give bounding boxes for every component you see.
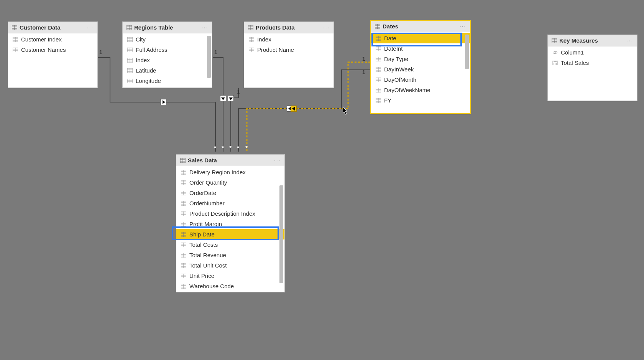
field-customer-index[interactable]: Customer Index: [8, 34, 97, 45]
field-list: Customer Index Customer Names: [8, 33, 97, 56]
field-ship-date[interactable]: Ship Date: [176, 229, 284, 239]
field-list: City Full Address Index Latitude Longitu…: [123, 33, 212, 87]
column-icon: [181, 253, 186, 258]
column-icon: [181, 232, 186, 237]
more-menu-icon[interactable]: ···: [202, 25, 208, 30]
column-icon: [376, 98, 381, 103]
more-menu-icon[interactable]: ···: [323, 25, 330, 30]
field-delivery-region-index[interactable]: Delivery Region Index: [176, 167, 284, 177]
table-icon: [127, 25, 132, 30]
column-icon: [376, 36, 381, 41]
field-product-description-index[interactable]: Product Description Index: [176, 208, 284, 219]
field-dayofweekname[interactable]: DayOfWeekName: [371, 85, 470, 95]
field-city[interactable]: City: [123, 34, 212, 45]
more-menu-icon[interactable]: ···: [460, 23, 466, 29]
filter-direction-icon: [228, 95, 234, 101]
field-list: Column1 Total Sales: [548, 46, 637, 69]
field-warehouse-code[interactable]: Warehouse Code: [176, 281, 284, 291]
field-total-unit-cost[interactable]: Total Unit Cost: [176, 260, 284, 271]
field-total-costs[interactable]: Total Costs: [176, 239, 284, 250]
field-profit-margin[interactable]: Profit Margin: [176, 219, 284, 229]
more-menu-icon[interactable]: ···: [87, 25, 94, 30]
table-title: Customer Data: [20, 24, 87, 31]
hidden-icon: [552, 50, 558, 55]
table-header[interactable]: Dates ···: [371, 21, 470, 32]
column-icon: [127, 48, 133, 52]
field-list: Date DateInt Day Type DayInWeek DayOfMon…: [371, 32, 470, 106]
field-orderdate[interactable]: OrderDate: [176, 188, 284, 198]
column-icon: [181, 191, 186, 195]
field-dayofmonth[interactable]: DayOfMonth: [371, 74, 470, 85]
table-header[interactable]: Sales Data ···: [176, 155, 284, 166]
table-sales-data[interactable]: Sales Data ··· Delivery Region Index Ord…: [176, 154, 285, 292]
table-dates[interactable]: Dates ··· Date DateInt Day Type DayInWee…: [370, 20, 471, 114]
field-customer-names[interactable]: Customer Names: [8, 45, 97, 55]
column-icon: [249, 48, 254, 52]
column-icon: [181, 284, 186, 289]
cardinality-many-label: *: [222, 145, 224, 152]
svg-rect-86: [554, 61, 557, 62]
field-index[interactable]: Index: [123, 55, 212, 65]
more-menu-icon[interactable]: ···: [274, 157, 281, 163]
table-header[interactable]: Regions Table ···: [123, 22, 212, 33]
field-date[interactable]: Date: [371, 33, 470, 43]
cardinality-one-label: 1: [99, 49, 102, 55]
more-menu-icon[interactable]: ···: [627, 38, 633, 43]
column-icon: [127, 79, 133, 83]
field-dayinweek[interactable]: DayInWeek: [371, 64, 470, 74]
table-key-measures[interactable]: Key Measures ··· Column1 Total Sales: [547, 35, 637, 101]
table-icon: [180, 158, 186, 163]
svg-point-87: [554, 63, 554, 64]
table-customer-data[interactable]: Customer Data ··· Customer Index Custome…: [8, 21, 98, 88]
field-latitude[interactable]: Latitude: [123, 65, 212, 76]
table-header[interactable]: Products Data ···: [244, 22, 334, 33]
scrollbar[interactable]: [465, 35, 469, 69]
cardinality-many-label: *: [214, 145, 216, 152]
field-dateint[interactable]: DateInt: [371, 43, 470, 54]
column-icon: [181, 274, 186, 278]
field-longitude[interactable]: Longitude: [123, 76, 212, 86]
column-icon: [127, 58, 133, 63]
field-product-name[interactable]: Product Name: [244, 45, 334, 55]
column-icon: [127, 68, 133, 73]
column-icon: [376, 57, 381, 61]
field-column1[interactable]: Column1: [548, 47, 637, 58]
svg-point-90: [554, 64, 554, 65]
column-icon: [181, 222, 186, 226]
table-title: Sales Data: [188, 157, 274, 163]
table-header[interactable]: Customer Data ···: [8, 22, 97, 33]
cardinality-many-label: *: [237, 145, 239, 152]
table-icon: [248, 25, 253, 30]
column-icon: [376, 88, 381, 92]
scrollbar[interactable]: [207, 36, 211, 78]
model-canvas[interactable]: 1 1 1 1 1 * * * * * Customer Data ··· Cu…: [0, 0, 644, 360]
svg-point-88: [555, 63, 555, 64]
table-icon: [12, 25, 17, 30]
cursor-icon: [343, 107, 349, 115]
table-title: Regions Table: [134, 24, 202, 31]
column-icon: [376, 67, 381, 72]
column-icon: [181, 170, 186, 175]
column-icon: [13, 48, 18, 52]
field-unit-price[interactable]: Unit Price: [176, 271, 284, 281]
filter-direction-icon: [220, 95, 226, 101]
field-full-address[interactable]: Full Address: [123, 45, 212, 55]
field-fy[interactable]: FY: [371, 95, 470, 106]
column-icon: [376, 46, 381, 51]
cardinality-many-label: *: [229, 145, 232, 152]
field-total-revenue[interactable]: Total Revenue: [176, 250, 284, 260]
table-products[interactable]: Products Data ··· Index Product Name: [244, 21, 334, 88]
svg-point-92: [556, 64, 557, 65]
field-ordernumber[interactable]: OrderNumber: [176, 198, 284, 208]
field-total-sales[interactable]: Total Sales: [548, 58, 637, 68]
table-header[interactable]: Key Measures ···: [548, 35, 637, 46]
column-icon: [181, 243, 186, 247]
field-index[interactable]: Index: [244, 34, 334, 45]
filter-direction-inactive-icon: [291, 106, 297, 112]
field-list: Index Product Name: [244, 33, 334, 56]
field-order-quantity[interactable]: Order Quantity: [176, 177, 284, 188]
table-regions[interactable]: Regions Table ··· City Full Address Inde…: [122, 21, 212, 88]
table-icon: [375, 24, 380, 29]
field-day-type[interactable]: Day Type: [371, 54, 470, 64]
scrollbar[interactable]: [279, 185, 283, 283]
